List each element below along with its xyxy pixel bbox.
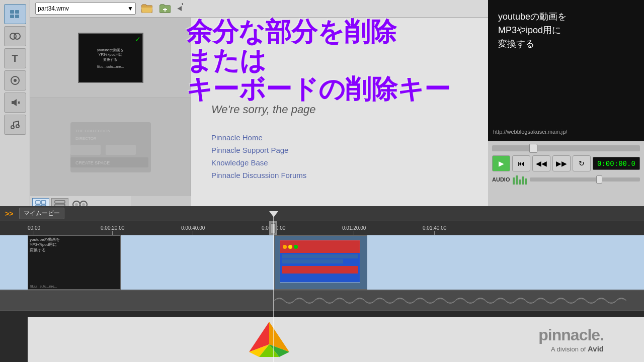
preview-text-jp: youtubeの動画をMP3やipod用に変換する	[498, 12, 567, 49]
svg-point-11	[11, 126, 14, 129]
knowledge-base-link[interactable]: Knowledge Base	[211, 158, 306, 167]
file-selector[interactable]: part34.wmv ▼	[35, 3, 136, 15]
tool-effects[interactable]	[4, 70, 26, 90]
audio-waveform	[274, 293, 644, 308]
timeline-header: >> マイムービー	[0, 206, 644, 221]
time-tick-2: 0:00:40.00	[181, 225, 205, 235]
timeline-marker-icon: >>	[5, 210, 13, 218]
timeline-title-button[interactable]: マイムービー	[19, 208, 64, 219]
rewind-to-start-button[interactable]: ⏮	[512, 155, 530, 171]
svg-point-12	[16, 125, 19, 128]
audio-bar-4	[522, 176, 524, 185]
audio-level-bars	[513, 174, 527, 185]
avid-text: A division of Avid	[551, 344, 604, 353]
audio-bar-3	[519, 179, 521, 185]
time-tick-1: 0:00:20.00	[101, 225, 124, 235]
new-folder-icon[interactable]	[158, 2, 172, 16]
svg-rect-1	[10, 15, 14, 18]
clip-thumb-header	[280, 240, 360, 253]
preview-text: youtubeの動画をMP3やipod用に変換する	[488, 0, 644, 61]
audio-bar-2	[516, 175, 518, 185]
svg-rect-20	[106, 145, 136, 155]
svg-point-7	[14, 79, 17, 82]
left-toolbar: T	[0, 0, 30, 206]
clip-1-bottom-label: filuu...sutu...nre...	[30, 285, 57, 288]
clip-1-label: youtubeの動画をYP3やipod用に変換する	[28, 236, 120, 254]
time-ruler: 00.00 0:00:20.00 0:00:40.00 0:01:00.00 0…	[0, 221, 644, 235]
library-panel: THE COLLECTION DIRECTOR CREATE SPACE	[30, 98, 191, 196]
svg-text:CREATE    SPACE: CREATE SPACE	[75, 160, 110, 165]
time-tick-4: 0:01:20.00	[342, 225, 366, 235]
svg-rect-0	[10, 10, 14, 14]
clip-thumb-content	[280, 253, 360, 275]
pinnacle-logo-area: pinnacle. A division of Avid	[538, 326, 604, 353]
clip-2[interactable]	[274, 235, 367, 290]
volume-slider[interactable]	[492, 145, 640, 151]
playhead[interactable]	[273, 216, 274, 362]
svg-rect-2	[15, 10, 19, 14]
video-preview: youtubeの動画をMP3やipod用に変換する http://webblog…	[488, 0, 644, 141]
timeline: >> マイムービー 00.00 0:00:20.00 0:00:40.00 0:…	[0, 206, 644, 362]
tool-transitions[interactable]	[4, 26, 26, 46]
thumb-checkmark-icon: ✓	[135, 35, 141, 43]
svg-text:DIRECTOR: DIRECTOR	[75, 136, 97, 141]
svg-marker-8	[12, 99, 17, 106]
tool-music[interactable]	[4, 115, 26, 135]
thumb-subtitle: filuu...sutu...nre...	[97, 65, 124, 68]
sorry-text: We're sorry, the page	[211, 103, 316, 116]
tool-text[interactable]: T	[4, 48, 26, 68]
play-button[interactable]: ▶	[492, 155, 510, 171]
transport-buttons: ▶ ⏮ ◀◀ ▶▶ ↻ 0:00:00.0	[492, 155, 640, 171]
pinnacle-home-link[interactable]: Pinnacle Home	[211, 133, 306, 142]
links-section: Pinnacle Home Pinnacle Support Page Know…	[211, 133, 306, 179]
open-folder-icon[interactable]	[140, 2, 154, 16]
video-track[interactable]: youtubeの動画をYP3やipod用に変換する filuu...sutu..…	[0, 235, 644, 291]
tool-mute[interactable]	[4, 93, 26, 113]
fast-forward-button[interactable]: ▶▶	[552, 155, 571, 171]
loop-button[interactable]: ↻	[573, 155, 591, 171]
undo-icon[interactable]	[176, 2, 190, 16]
video-thumbnail[interactable]: youtubeの動画をYP3やipod用に変換する filuu...sutu..…	[78, 33, 143, 83]
audio-track[interactable]	[0, 291, 644, 311]
clip-1[interactable]: youtubeの動画をYP3やipod用に変換する filuu...sutu..…	[28, 235, 121, 290]
svg-marker-15	[178, 6, 182, 11]
pinnacle-logo-icon	[239, 317, 299, 357]
audio-bar-1	[513, 177, 515, 185]
clip-thumb-bottom-bar	[282, 266, 358, 274]
error-page: We're sorry, the page Pinnacle Home Pinn…	[191, 18, 488, 206]
thumbnail-area: youtubeの動画をYP3やipod用に変換する filuu...sutu..…	[30, 18, 191, 98]
svg-rect-23	[36, 201, 40, 204]
audio-row: AUDIO	[492, 174, 640, 185]
audio-bar-5	[525, 178, 527, 185]
volume-handle[interactable]	[529, 144, 537, 153]
audio-slider-handle[interactable]	[596, 175, 602, 184]
clip-2-thumbnail	[280, 240, 360, 283]
support-page-link[interactable]: Pinnacle Support Page	[211, 146, 306, 154]
timecode-display: 0:00:00.0	[593, 157, 640, 170]
pinnacle-wordmark: pinnacle.	[538, 326, 604, 344]
transport-controls: ▶ ⏮ ◀◀ ▶▶ ↻ 0:00:00.0 AUDIO	[488, 141, 644, 196]
svg-text:THE COLLECTION: THE COLLECTION	[75, 129, 111, 133]
time-tick-0: 00.00	[28, 225, 40, 235]
thumb-text-label: youtubeの動画をYP3やipod用に変換する	[96, 47, 125, 62]
tool-album[interactable]	[4, 4, 26, 24]
dropdown-arrow-icon: ▼	[127, 5, 133, 12]
time-tick-5: 0:01:40.00	[423, 225, 446, 235]
file-selector-label: part34.wmv	[38, 5, 69, 12]
audio-slider[interactable]	[530, 177, 640, 182]
audio-label: AUDIO	[492, 176, 510, 183]
svg-rect-19	[70, 145, 101, 155]
branding-area: pinnacle. A division of Avid	[28, 317, 644, 362]
svg-rect-3	[15, 15, 19, 18]
rewind-button[interactable]: ◀◀	[532, 155, 550, 171]
svg-rect-24	[41, 201, 46, 204]
svg-point-5	[14, 33, 20, 39]
avid-bold-text: Avid	[588, 344, 604, 353]
discussion-forums-link[interactable]: Pinnacle Discussion Forums	[211, 171, 306, 179]
svg-rect-27	[55, 201, 65, 203]
preview-url: http://webblogsakusei.main.jp/	[493, 129, 567, 135]
